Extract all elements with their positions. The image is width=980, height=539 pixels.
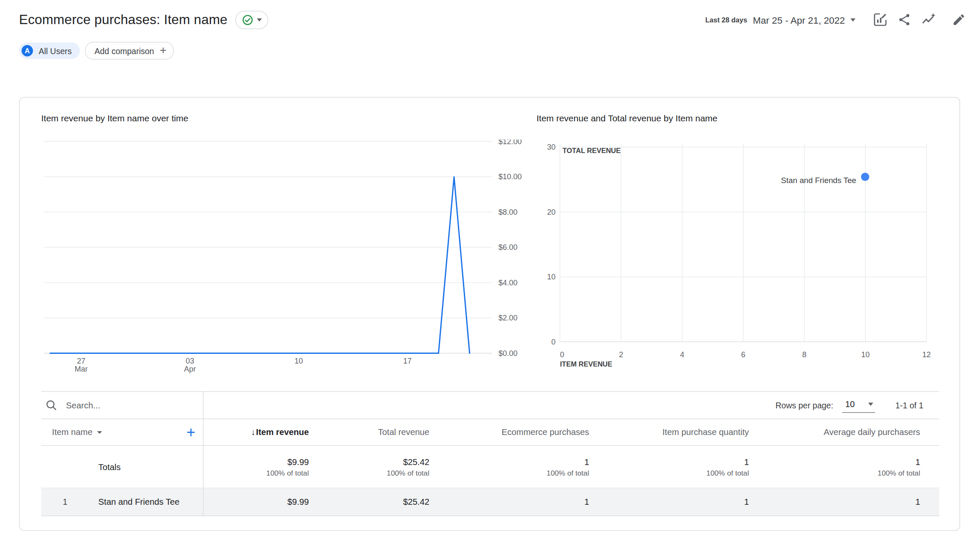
- row-value-cell: $9.99: [204, 497, 322, 507]
- svg-text:20: 20: [547, 208, 556, 216]
- share-icon: [898, 13, 912, 27]
- scatter-chart-canvas: 0246810120102030TOTAL REVENUEITEM REVENU…: [530, 140, 939, 374]
- svg-text:$0.00: $0.00: [498, 349, 517, 358]
- svg-text:0: 0: [551, 338, 556, 346]
- report-table: Rows per page: 10 1-1 of 1 Item name +: [41, 391, 939, 517]
- table-toolbar: Rows per page: 10 1-1 of 1: [41, 392, 939, 419]
- svg-text:27: 27: [77, 357, 85, 365]
- edit-chart-icon: [873, 12, 888, 27]
- plus-icon: +: [160, 44, 167, 56]
- comparison-chip-all-users[interactable]: A All Users: [19, 43, 80, 59]
- column-header-item-revenue[interactable]: ↓Item revenue: [204, 427, 322, 437]
- add-comparison-button[interactable]: Add comparison +: [85, 42, 174, 60]
- search-input[interactable]: [65, 400, 162, 411]
- line-chart-title: Item revenue by Item name over time: [41, 113, 189, 123]
- chevron-down-icon: [97, 431, 102, 433]
- column-header-item-name[interactable]: Item name +: [41, 419, 204, 446]
- table-header-row: Item name + ↓Item revenue Total revenue …: [41, 419, 939, 446]
- check-circle-icon: [241, 14, 254, 26]
- svg-text:Stan and Friends Tee: Stan and Friends Tee: [781, 176, 856, 185]
- svg-text:TOTAL REVENUE: TOTAL REVENUE: [563, 147, 621, 154]
- report-header: Ecommerce purchases: Item name Last 28 d…: [19, 8, 971, 32]
- svg-text:$12.00: $12.00: [498, 140, 522, 146]
- svg-text:$10.00: $10.00: [498, 172, 522, 181]
- svg-text:Apr: Apr: [184, 365, 196, 373]
- comparison-chip-label: All Users: [39, 46, 72, 56]
- row-dimension-cell: 1 Stan and Friends Tee: [41, 488, 204, 516]
- add-column-button[interactable]: +: [186, 424, 195, 440]
- date-range-picker[interactable]: Last 28 days Mar 25 - Apr 21, 2022: [705, 14, 856, 25]
- totals-cell: 1100% of total: [602, 457, 762, 477]
- table-totals-row: Totals $9.99100% of total $25.42100% of …: [41, 446, 939, 489]
- table-pagination-controls: Rows per page: 10 1-1 of 1: [204, 392, 939, 419]
- svg-text:0: 0: [560, 350, 564, 359]
- ga4-ecommerce-report-page: Ecommerce purchases: Item name Last 28 d…: [0, 0, 980, 539]
- column-header-item-purchase-quantity[interactable]: Item purchase quantity: [602, 427, 762, 437]
- svg-text:12: 12: [922, 350, 931, 359]
- svg-text:$2.00: $2.00: [498, 314, 517, 322]
- date-range-preset-label: Last 28 days: [705, 16, 747, 24]
- table-search: [41, 392, 204, 419]
- svg-text:8: 8: [802, 350, 806, 359]
- report-card: Item revenue by Item name over time $0.0…: [19, 97, 960, 531]
- totals-cell: $9.99100% of total: [204, 457, 322, 477]
- table-row: 1 Stan and Friends Tee $9.99 $25.42 1 1 …: [41, 488, 939, 516]
- search-icon: [44, 398, 58, 412]
- report-status-dropdown[interactable]: [235, 11, 268, 29]
- svg-text:Mar: Mar: [75, 365, 88, 373]
- rows-per-page-label: Rows per page:: [775, 400, 833, 410]
- totals-cell: 1100% of total: [442, 457, 602, 477]
- svg-text:10: 10: [861, 350, 870, 359]
- row-item-name: Stan and Friends Tee: [99, 497, 180, 507]
- svg-text:10: 10: [294, 357, 303, 365]
- comparison-bar: A All Users Add comparison +: [19, 42, 174, 60]
- row-index: 1: [55, 497, 99, 507]
- insights-button[interactable]: [917, 8, 941, 32]
- insights-icon: [921, 12, 936, 27]
- pencil-icon: [952, 13, 966, 27]
- column-header-total-revenue[interactable]: Total revenue: [322, 427, 442, 437]
- row-value-cell: $25.42: [322, 497, 442, 507]
- header-actions: Last 28 days Mar 25 - Apr 21, 2022: [705, 8, 971, 32]
- svg-text:$6.00: $6.00: [498, 243, 517, 252]
- chevron-down-icon: [868, 402, 873, 406]
- pagination-range: 1-1 of 1: [895, 400, 923, 410]
- dimension-column-label: Item name: [52, 427, 93, 437]
- edit-report-button[interactable]: [947, 8, 971, 32]
- column-header-ecommerce-purchases[interactable]: Ecommerce purchases: [442, 427, 602, 437]
- add-comparison-label: Add comparison: [95, 46, 154, 56]
- svg-text:6: 6: [741, 350, 745, 359]
- svg-text:$4.00: $4.00: [498, 279, 517, 287]
- row-value-cell: 1: [602, 497, 762, 507]
- svg-text:03: 03: [186, 357, 194, 365]
- share-button[interactable]: [892, 8, 917, 32]
- svg-text:4: 4: [680, 350, 684, 359]
- rows-per-page-select[interactable]: 10: [842, 398, 875, 413]
- customize-chart-button[interactable]: [868, 8, 892, 32]
- totals-label-cell: Totals: [41, 446, 204, 488]
- svg-text:ITEM REVENUE: ITEM REVENUE: [560, 360, 613, 368]
- chevron-down-icon: [257, 18, 262, 22]
- svg-text:2: 2: [619, 350, 623, 359]
- row-value-cell: 1: [442, 497, 602, 507]
- svg-text:17: 17: [403, 357, 412, 365]
- svg-text:$8.00: $8.00: [498, 208, 517, 216]
- column-header-average-daily-purchasers[interactable]: Average daily purchasers: [762, 427, 939, 437]
- sort-descending-icon: ↓: [251, 427, 255, 437]
- comparison-badge: A: [22, 45, 33, 57]
- svg-text:30: 30: [547, 143, 556, 151]
- row-value-cell: 1: [762, 497, 939, 507]
- totals-cell: $25.42100% of total: [322, 457, 442, 477]
- date-range-value: Mar 25 - Apr 21, 2022: [753, 14, 845, 25]
- chevron-down-icon: [851, 18, 856, 22]
- page-title: Ecommerce purchases: Item name: [19, 12, 227, 27]
- line-chart-canvas: $0.00$2.00$4.00$6.00$8.00$10.00$12.0027M…: [44, 140, 532, 391]
- scatter-chart-title: Item revenue and Total revenue by Item n…: [537, 113, 717, 123]
- svg-text:10: 10: [547, 273, 556, 281]
- rows-per-page-value: 10: [845, 399, 855, 409]
- totals-cell: 1100% of total: [762, 457, 939, 477]
